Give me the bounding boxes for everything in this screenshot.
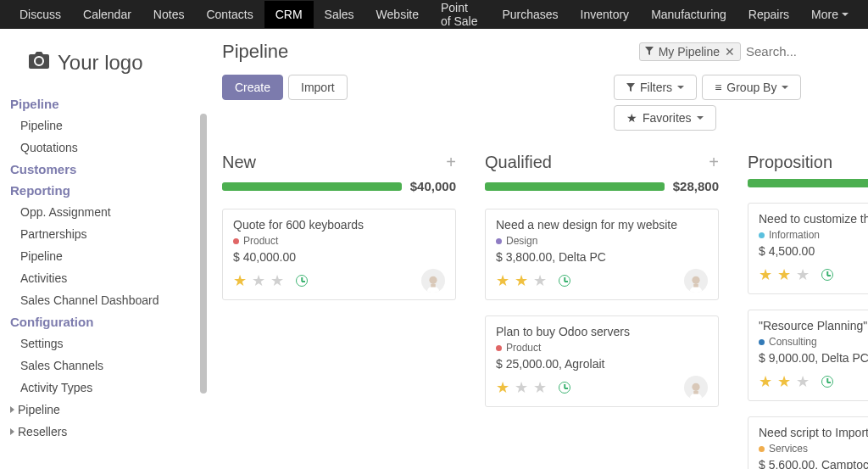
favorites-dropdown[interactable]: ★ Favorites (614, 105, 716, 131)
caret-down-icon (842, 13, 849, 16)
sidebar-item-activity-types[interactable]: Activity Types (10, 377, 192, 399)
tag-label: Product (243, 235, 278, 247)
priority-star[interactable]: ★ (533, 378, 547, 397)
sidebar-item-settings[interactable]: Settings (10, 332, 192, 355)
sidebar-item-sales-channels[interactable]: Sales Channels (10, 355, 192, 377)
tag-dot-icon (233, 238, 239, 244)
card-amount: $ 3,800.00, Delta PC (496, 250, 708, 264)
camera-icon (29, 52, 49, 74)
card-amount: $ 5,600.00, Camptoca (759, 458, 868, 469)
nav-sales[interactable]: Sales (314, 1, 365, 28)
sidebar-expand-resellers[interactable]: Resellers (10, 421, 192, 443)
priority-star[interactable]: ★ (796, 265, 810, 284)
sidebar-section-configuration[interactable]: Configuration (10, 311, 192, 332)
filters-label: Filters (640, 81, 672, 94)
kanban-card[interactable]: Need to customize theInformation$ 4,500.… (748, 203, 868, 294)
user-avatar[interactable] (684, 269, 708, 293)
kanban-card[interactable]: Plan to buy Odoo serversProduct$ 25,000.… (485, 315, 719, 407)
search-input[interactable] (741, 41, 868, 62)
nav-calendar[interactable]: Calendar (72, 1, 142, 28)
kanban-card[interactable]: Quote for 600 keyboardsProduct$ 40,000.0… (222, 209, 456, 300)
filter-icon (626, 83, 635, 92)
nav-manufacturing[interactable]: Manufacturing (640, 1, 737, 28)
nav-contacts[interactable]: Contacts (195, 1, 264, 28)
caret-down-icon (677, 86, 684, 89)
sidebar-item-quotations[interactable]: Quotations (10, 137, 192, 159)
nav-crm[interactable]: CRM (264, 1, 314, 28)
priority-star[interactable]: ★ (496, 271, 509, 290)
activity-clock-icon[interactable] (296, 275, 308, 287)
card-title: Need script to Import e (759, 426, 868, 439)
nav-more-dropdown[interactable]: More (800, 1, 860, 28)
priority-star[interactable]: ★ (777, 265, 791, 284)
sidebar-item-report-pipeline[interactable]: Pipeline (10, 245, 192, 267)
sidebar-expand-pipeline[interactable]: Pipeline (10, 399, 192, 421)
sidebar-scrollbar[interactable] (200, 114, 207, 394)
activity-clock-icon[interactable] (559, 382, 570, 394)
activity-clock-icon[interactable] (821, 376, 833, 388)
priority-star[interactable]: ★ (515, 271, 528, 290)
user-avatar[interactable] (684, 376, 708, 399)
svg-rect-3 (693, 284, 698, 288)
kanban-column: PropositionNeed to customize theInformat… (748, 153, 868, 469)
priority-star[interactable]: ★ (533, 271, 547, 290)
filters-dropdown[interactable]: Filters (614, 75, 697, 100)
sidebar-section-customers[interactable]: Customers (10, 159, 192, 180)
kanban-card[interactable]: Need script to Import eServices$ 5,600.0… (748, 416, 868, 469)
svg-point-2 (692, 276, 699, 284)
nav-repairs[interactable]: Repairs (737, 1, 800, 28)
priority-star[interactable]: ★ (515, 378, 528, 397)
groupby-dropdown[interactable]: ≡ Group By (702, 75, 801, 100)
column-title: Qualified (485, 153, 552, 172)
filter-icon (645, 46, 654, 58)
tag-dot-icon (496, 345, 502, 351)
sidebar-section-reporting[interactable]: Reporting (10, 180, 192, 201)
create-button[interactable]: Create (222, 75, 283, 100)
priority-star[interactable]: ★ (796, 372, 810, 391)
top-navbar: Discuss Calendar Notes Contacts CRM Sale… (0, 0, 868, 29)
priority-star[interactable]: ★ (252, 271, 265, 290)
facet-label: My Pipeline (659, 45, 720, 59)
activity-clock-icon[interactable] (821, 269, 833, 281)
kanban-board: New+$40,000Quote for 600 keyboardsProduc… (222, 153, 868, 469)
nav-discuss[interactable]: Discuss (8, 1, 72, 28)
kanban-card[interactable]: Need a new design for my websiteDesign$ … (485, 209, 719, 300)
activity-clock-icon[interactable] (559, 275, 570, 287)
sidebar-item-activities[interactable]: Activities (10, 267, 192, 289)
priority-star[interactable]: ★ (496, 378, 509, 397)
card-tag: Information (759, 229, 868, 241)
priority-star[interactable]: ★ (759, 265, 772, 284)
sidebar-section-pipeline[interactable]: Pipeline (10, 93, 192, 114)
nav-notes[interactable]: Notes (142, 1, 196, 28)
add-card-button[interactable]: + (709, 153, 719, 172)
tag-label: Product (506, 342, 541, 354)
sidebar-item-partnerships[interactable]: Partnerships (10, 223, 192, 245)
list-icon: ≡ (715, 81, 721, 94)
svg-point-4 (692, 383, 699, 391)
column-title: Proposition (748, 153, 832, 172)
facet-remove-icon[interactable]: ✕ (725, 45, 735, 59)
logo[interactable]: Your logo (10, 44, 192, 93)
search-facet[interactable]: My Pipeline ✕ (639, 42, 741, 61)
column-progress-bar (222, 182, 402, 191)
priority-star[interactable]: ★ (233, 271, 247, 290)
nav-purchases[interactable]: Purchases (491, 1, 569, 28)
nav-website[interactable]: Website (365, 1, 430, 28)
sidebar-item-sales-channel-dashboard[interactable]: Sales Channel Dashboard (10, 289, 192, 311)
card-tag: Consulting (759, 336, 868, 348)
priority-star[interactable]: ★ (759, 372, 772, 391)
priority-star[interactable]: ★ (777, 372, 791, 391)
card-amount: $ 40,000.00 (233, 250, 445, 264)
card-amount: $ 25,000.00, Agrolait (496, 357, 708, 371)
column-progress-bar (485, 182, 665, 191)
user-avatar[interactable] (421, 269, 445, 293)
sidebar-item-pipeline[interactable]: Pipeline (10, 114, 192, 137)
sidebar-item-opp-assignment[interactable]: Opp. Assignment (10, 201, 192, 223)
kanban-card[interactable]: "Resource Planning" p developmentConsult… (748, 310, 868, 401)
nav-inventory[interactable]: Inventory (570, 1, 641, 28)
import-button[interactable]: Import (288, 75, 348, 100)
priority-star[interactable]: ★ (270, 271, 284, 290)
favorites-label: Favorites (643, 111, 692, 125)
triangle-right-icon (10, 406, 14, 413)
add-card-button[interactable]: + (446, 153, 456, 172)
